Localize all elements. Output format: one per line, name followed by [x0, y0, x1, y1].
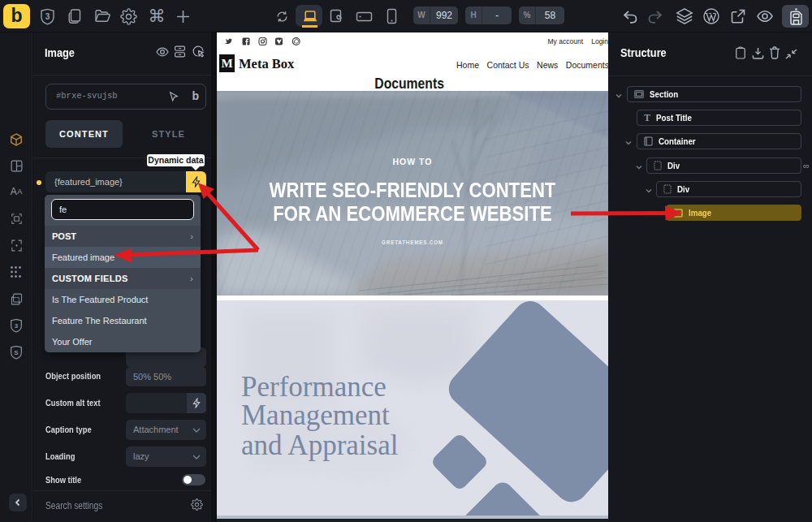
- svg-text:Performance: Performance: [241, 371, 387, 403]
- svg-text:and Appraisal: and Appraisal: [241, 429, 399, 461]
- svg-text:3: 3: [45, 12, 50, 21]
- svg-text:S: S: [14, 349, 19, 356]
- svg-text:3: 3: [15, 322, 19, 330]
- svg-text:Management: Management: [241, 399, 390, 431]
